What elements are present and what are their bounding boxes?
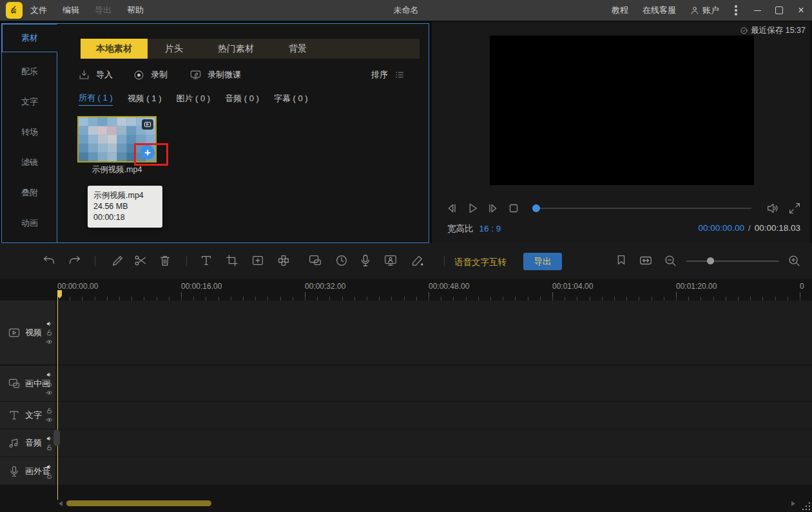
app-logo-icon[interactable] <box>6 2 23 19</box>
preview-progress-handle[interactable] <box>532 204 540 212</box>
next-frame-button[interactable] <box>486 200 500 217</box>
track-unlock-icon[interactable] <box>46 408 53 415</box>
track-lane-voiceover[interactable] <box>56 457 812 485</box>
time-separator: / <box>748 223 751 233</box>
track-header-pip[interactable]: 画中画 <box>0 366 55 401</box>
playhead-line[interactable] <box>57 290 58 500</box>
fit-timeline-button[interactable] <box>639 253 653 268</box>
timeline-zoom-handle[interactable] <box>707 257 714 264</box>
maximize-button[interactable] <box>768 0 790 21</box>
track-unlock-icon[interactable] <box>46 444 53 451</box>
undo-button[interactable] <box>42 253 56 268</box>
track-header-video[interactable]: 视频 <box>0 300 55 364</box>
track-lane-video[interactable] <box>56 300 812 364</box>
tab-intro[interactable]: 片头 <box>148 39 200 59</box>
aspect-ratio[interactable]: 宽高比16 : 9 <box>447 223 501 235</box>
sidebar-item-filter[interactable]: 滤镜 <box>2 148 57 177</box>
menu-edit[interactable]: 编辑 <box>55 5 87 16</box>
record-button[interactable]: 录制 <box>133 65 168 84</box>
record-icon <box>133 69 145 81</box>
track-volume-icon[interactable] <box>46 463 53 470</box>
person-icon <box>690 5 700 15</box>
marker-button[interactable] <box>614 253 628 268</box>
track-lane-audio[interactable] <box>56 429 812 457</box>
track-lane-pip[interactable] <box>56 366 812 401</box>
play-button[interactable] <box>465 200 479 217</box>
voiceover-button[interactable] <box>358 253 372 268</box>
sidebar-item-transition[interactable]: 转场 <box>2 118 57 146</box>
track-header-audio[interactable]: 音频 <box>0 429 55 457</box>
track-header-voiceover[interactable]: 画外音 <box>0 457 55 485</box>
track-lane-text[interactable] <box>56 402 812 429</box>
track-visibility-icon[interactable] <box>46 338 53 345</box>
export-button[interactable]: 导出 <box>523 253 562 270</box>
duration-button[interactable] <box>334 253 349 268</box>
menu-help[interactable]: 帮助 <box>119 5 151 16</box>
timeline-zoom-out-button[interactable] <box>663 253 677 268</box>
import-button[interactable]: 导入 <box>78 65 113 84</box>
delete-button[interactable] <box>158 253 172 268</box>
track-visibility-icon[interactable] <box>46 417 53 424</box>
stop-button[interactable] <box>507 200 521 217</box>
split-button[interactable] <box>133 253 148 268</box>
close-button[interactable]: × <box>790 0 812 21</box>
video-preview-screen <box>490 35 754 185</box>
track-unlock-icon[interactable] <box>46 380 53 387</box>
zoom-frame-button[interactable] <box>251 253 265 268</box>
sort-button[interactable]: 排序 <box>371 65 405 84</box>
edit-button[interactable] <box>111 253 125 268</box>
more-menu-icon[interactable] <box>735 9 737 12</box>
text-tool-button[interactable] <box>199 253 213 268</box>
track-header-resize-handle[interactable] <box>53 429 60 446</box>
sidebar-item-material[interactable]: 素材 <box>2 24 57 52</box>
menu-file[interactable]: 文件 <box>23 5 55 16</box>
scroll-right-arrow-icon[interactable] <box>791 501 795 506</box>
fullscreen-button[interactable] <box>788 200 802 217</box>
speech-text-convert-button[interactable]: 语音文字互转 <box>454 257 507 268</box>
track-unlock-icon[interactable] <box>46 329 53 336</box>
horizontal-scrollbar[interactable] <box>66 500 211 506</box>
style-brush-button[interactable] <box>411 253 425 268</box>
timeline-zoom-in-button[interactable] <box>787 253 801 268</box>
tab-local-material[interactable]: 本地素材 <box>81 39 148 59</box>
track-volume-icon[interactable] <box>46 320 53 327</box>
minimize-button[interactable] <box>746 0 768 21</box>
track-unlock-icon[interactable] <box>46 472 53 479</box>
ruler-label: 00:01:20.00 <box>676 282 717 291</box>
account-button[interactable]: 账户 <box>683 5 726 16</box>
scroll-left-arrow-icon[interactable] <box>59 501 63 506</box>
tab-background[interactable]: 背景 <box>271 39 324 59</box>
filter-all[interactable]: 所有 ( 1 ) <box>79 92 113 106</box>
sidebar-item-overlay[interactable]: 叠附 <box>2 179 57 207</box>
sidebar-item-music[interactable]: 配乐 <box>2 57 57 86</box>
track-volume-icon[interactable] <box>46 435 53 442</box>
volume-button[interactable] <box>766 200 780 217</box>
track-volume-icon[interactable] <box>46 371 53 378</box>
track-visibility-icon[interactable] <box>46 389 53 396</box>
filter-audio[interactable]: 音频 ( 0 ) <box>225 93 259 104</box>
filter-subtitle[interactable]: 字幕 ( 0 ) <box>274 93 308 104</box>
resize-grip-icon[interactable] <box>809 509 810 510</box>
edit-toolbar: 语音文字互转 导出 <box>0 243 812 279</box>
support-link[interactable]: 在线客服 <box>635 5 683 16</box>
preview-progress-slider[interactable] <box>532 208 751 209</box>
track-header-text[interactable]: 文字 <box>0 402 55 429</box>
sidebar-item-animation[interactable]: 动画 <box>2 209 57 237</box>
sidebar-item-text[interactable]: 文字 <box>2 88 57 116</box>
filter-video[interactable]: 视频 ( 1 ) <box>128 93 162 104</box>
camera-record-button[interactable] <box>383 253 398 268</box>
track-row-text: 文字 <box>0 402 812 429</box>
ruler-label: 00:01:04.00 <box>552 282 593 291</box>
mosaic-button[interactable] <box>276 253 291 268</box>
aspect-value: 16 : 9 <box>479 224 501 233</box>
prev-frame-button[interactable] <box>445 200 459 217</box>
tutorial-link[interactable]: 教程 <box>604 5 635 16</box>
tab-hot-material[interactable]: 热门素材 <box>200 39 271 59</box>
redo-button[interactable] <box>68 253 82 268</box>
pip-button[interactable] <box>308 253 322 268</box>
tooltip-filesize: 24.56 MB <box>93 201 157 212</box>
record-lesson-button[interactable]: 录制微课 <box>189 65 241 84</box>
crop-button[interactable] <box>225 253 239 268</box>
filter-image[interactable]: 图片 ( 0 ) <box>176 93 210 104</box>
timeline-zoom-slider[interactable] <box>686 261 778 262</box>
